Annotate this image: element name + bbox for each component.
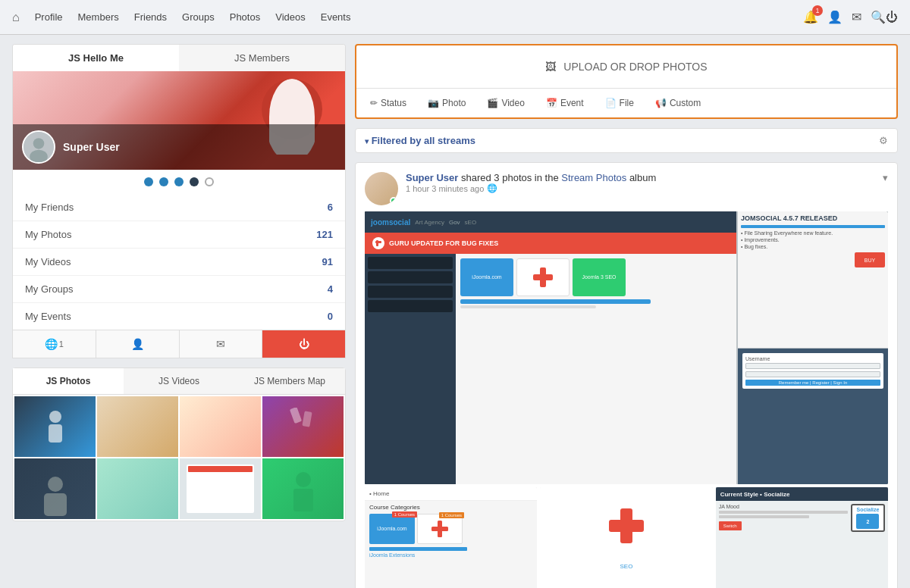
nav-links: ⌂ Profile Members Friends Groups Photos … [12,8,797,26]
stat-photos-label: My Photos [25,229,71,240]
post-time: 1 hour 3 minutes ago 🌐 [406,183,888,193]
stat-friends[interactable]: My Friends 6 [13,194,345,221]
nav-events[interactable]: Events [315,8,357,26]
photo-button[interactable]: 📷 Photo [423,95,470,111]
svg-rect-10 [293,489,313,511]
upload-icon: 🖼 [545,61,556,73]
photo-icon: 📷 [428,98,439,108]
stat-photos-count: 121 [316,229,333,240]
notifications-button[interactable]: 🔔 1 [803,10,818,24]
friend-requests-button[interactable]: 👤 [827,10,843,24]
search-button[interactable]: 🔍 [871,10,886,24]
filter-value[interactable]: all streams [424,135,475,146]
post-image-right-top: JOMSOCIAL 4.5.7 RELEASED • File Sharing … [736,211,888,348]
profile-cover: Super User [13,71,345,170]
stat-groups[interactable]: My Groups 4 [13,276,345,303]
upload-area[interactable]: 🖼 UPLOAD OR DROP PHOTOS [356,45,896,88]
stat-groups-count: 4 [328,283,333,295]
stat-videos-count: 91 [322,256,333,267]
online-status-dot [390,197,397,205]
nav-members[interactable]: Members [72,8,125,26]
svg-rect-8 [44,493,67,516]
post-main-image: joomsocial Art Agency Gov sEO [365,211,888,484]
video-button[interactable]: 🎬 Video [482,95,529,111]
status-button[interactable]: ✏ Status [366,95,411,111]
message-icon: ✉ [216,338,225,350]
file-button[interactable]: 📄 File [601,95,639,111]
post-images: joomsocial Art Agency Gov sEO [356,211,897,588]
photo-label: Photo [442,98,466,108]
post-time-text: 1 hour 3 minutes ago [406,184,484,193]
upload-text: UPLOAD OR DROP PHOTOS [563,61,707,73]
friend-action-btn[interactable]: 👤 [96,330,180,358]
post-image-left: joomsocial Art Agency Gov sEO [365,211,736,484]
tab-js-members-map[interactable]: JS Members Map [234,368,345,394]
post-header: Super User shared 3 photos in the Stream… [356,163,897,211]
post-image-small-3: Current Style • Socialize JA Mood Switch [716,487,888,588]
tab-hello-me[interactable]: JS Hello Me [13,45,179,71]
tab-js-photos[interactable]: JS Photos [13,368,124,394]
stat-videos-label: My Videos [25,256,71,267]
svg-point-3 [49,411,61,423]
nav-profile[interactable]: Profile [29,8,69,26]
post-author-avatar [365,172,398,205]
filtered-by-label: Filtered by [372,135,424,146]
stat-photos[interactable]: My Photos 121 [13,221,345,249]
status-label: Status [381,98,406,108]
post-author-name[interactable]: Super User [406,172,458,183]
chevron-down-icon[interactable]: ▾ [365,137,369,145]
post-globe-icon: 🌐 [487,183,497,193]
photo-thumb-5[interactable] [14,458,96,519]
photos-grid [13,395,345,521]
post-description: Super User shared 3 photos in the Stream… [406,172,888,183]
post-card: Super User shared 3 photos in the Stream… [355,162,898,588]
power-action-btn[interactable]: ⏻ [262,330,345,358]
photo-thumb-8[interactable] [262,458,344,519]
post-album-suffix: album [629,172,656,183]
svg-rect-5 [289,408,301,424]
screenshot-left: joomsocial Art Agency Gov sEO [365,211,736,484]
activity-dot-4 [190,177,199,186]
svg-rect-16 [431,527,448,531]
nav-videos[interactable]: Videos [269,8,312,26]
globe-action-btn[interactable]: 🌐 1 [13,330,96,358]
profile-card: Super User My Friends 6 My Photos 1 [12,71,346,358]
tab-members[interactable]: JS Members [179,45,345,71]
post-image-row2: • Home Course Categories 1 Courses iJoom… [365,487,888,588]
photo-thumb-3[interactable] [180,396,261,457]
nav-groups[interactable]: Groups [176,8,221,26]
photos-section: JS Photos JS Videos JS Members Map [12,368,346,521]
photo-thumb-7[interactable] [180,458,261,519]
stat-videos[interactable]: My Videos 91 [13,249,345,276]
event-button[interactable]: 📅 Event [541,95,588,111]
tab-js-videos[interactable]: JS Videos [124,368,234,394]
home-icon[interactable]: ⌂ [12,11,20,24]
power-icon: ⏻ [299,338,309,350]
custom-button[interactable]: 📢 Custom [651,95,705,111]
stat-events[interactable]: My Events 0 [13,303,345,330]
photo-thumb-2[interactable] [97,396,178,457]
svg-rect-4 [49,424,62,443]
svg-rect-12 [375,241,381,243]
photo-thumb-4[interactable] [262,396,344,457]
power-button[interactable]: ⏻ [886,11,898,24]
message-action-btn[interactable]: ✉ [180,330,263,358]
nav-friends[interactable]: Friends [128,8,173,26]
svg-point-9 [296,472,311,487]
gear-icon[interactable]: ⚙ [879,135,888,146]
top-navigation: ⌂ Profile Members Friends Groups Photos … [0,0,910,35]
photo-thumb-1[interactable] [14,396,96,457]
post-image-composite: joomsocial Art Agency Gov sEO [365,211,888,484]
globe-icon: 🌐 [45,338,58,350]
messages-button[interactable]: ✉ [852,10,861,24]
activity-dot-1 [144,177,153,186]
custom-icon: 📢 [655,98,667,108]
post-album-link[interactable]: Stream Photos [561,172,626,183]
nav-photos[interactable]: Photos [224,8,266,26]
post-expand-icon[interactable]: ▾ [883,172,888,183]
video-label: Video [501,98,524,108]
photo-thumb-6[interactable] [97,458,178,519]
post-meta: Super User shared 3 photos in the Stream… [406,172,888,193]
svg-point-7 [48,477,63,492]
stats-list: My Friends 6 My Photos 121 My Videos 91 … [13,194,345,330]
